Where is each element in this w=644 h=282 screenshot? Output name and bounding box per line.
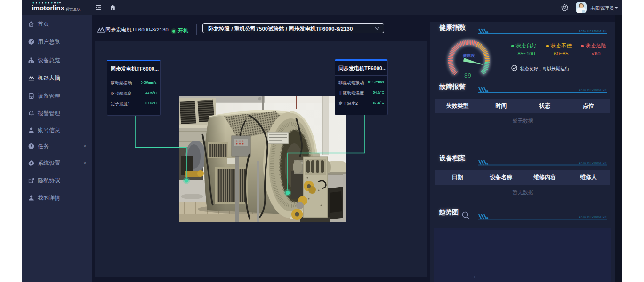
svg-text:89: 89 [464, 72, 471, 79]
svg-text:DATA INFORMATION: DATA INFORMATION [579, 216, 607, 218]
svg-text:DATA INFORMATION: DATA INFORMATION [579, 30, 607, 32]
svg-text:DATA INFORMATION: DATA INFORMATION [579, 162, 607, 164]
svg-text:DATA INFORMATION: DATA INFORMATION [579, 89, 607, 91]
svg-text:健康度: 健康度 [462, 53, 475, 58]
